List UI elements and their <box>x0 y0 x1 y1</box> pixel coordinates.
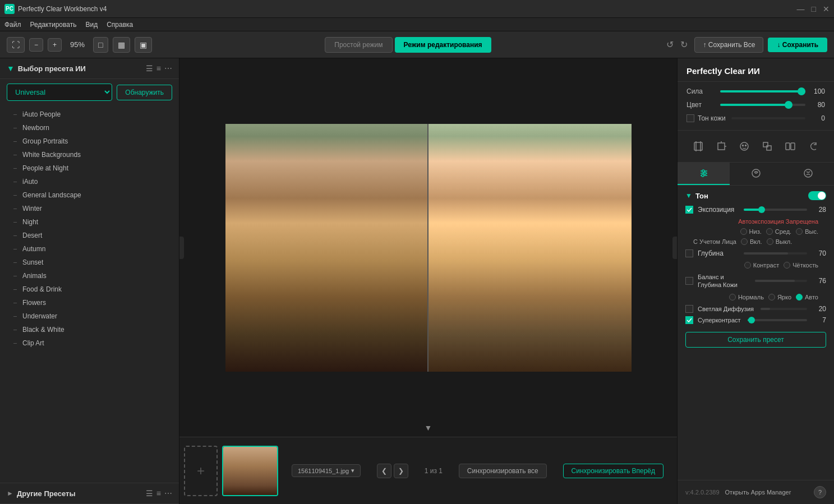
balance-auto-dot[interactable] <box>796 294 803 300</box>
list-item[interactable]: Autumn <box>0 242 179 256</box>
edit-mode-btn[interactable]: Режим редактирования <box>395 37 491 53</box>
next-btn[interactable]: ❯ <box>394 464 408 478</box>
single-view-btn[interactable]: □ <box>93 37 108 53</box>
add-photo-btn[interactable]: + <box>184 446 218 496</box>
tab-retouch[interactable] <box>730 163 782 185</box>
preset-dropdown[interactable]: Universal <box>7 84 112 101</box>
other-list-icon[interactable]: ≡ <box>156 489 161 498</box>
list-item[interactable]: White Backgrounds <box>0 148 179 161</box>
save-btn[interactable]: ↓ Сохранить <box>768 38 827 52</box>
ton-toggle[interactable] <box>808 191 826 200</box>
filmstrip-thumbnail[interactable] <box>222 446 278 496</box>
balance-auto-radio[interactable]: Авто <box>796 294 818 300</box>
list-item[interactable]: Clip Art <box>0 336 179 350</box>
color-thumb[interactable] <box>785 101 792 109</box>
exposition-checkbox[interactable] <box>685 206 693 214</box>
soft-diffusion-slider[interactable] <box>761 308 807 310</box>
list-item[interactable]: Underwater <box>0 309 179 323</box>
depth-sharpness-dot[interactable] <box>784 262 790 269</box>
tab-adjustments[interactable] <box>678 163 730 185</box>
prev-btn[interactable]: ❮ <box>377 464 391 478</box>
depth-contrast-radio[interactable]: Контраст <box>744 262 779 269</box>
chevron-down-icon[interactable]: ▼ <box>7 64 15 73</box>
zoom-out-btn[interactable]: − <box>29 38 43 52</box>
list-item[interactable]: Black & White <box>0 323 179 336</box>
sync-all-btn[interactable]: Синхронизировать все <box>459 464 547 478</box>
balance-bright-dot[interactable] <box>768 294 775 300</box>
list-item[interactable]: Sunset <box>0 256 179 269</box>
help-btn[interactable]: ? <box>814 486 826 498</box>
balance-normal-dot[interactable] <box>729 294 736 300</box>
skin-tone-track[interactable] <box>731 117 805 119</box>
exposition-slider[interactable] <box>744 209 807 211</box>
skin-tone-checkbox[interactable] <box>686 114 694 122</box>
apps-manager-link[interactable]: Открыть Apps Manager <box>725 489 808 496</box>
close-icon[interactable]: ✕ <box>823 4 830 13</box>
filmstrip-toggle[interactable]: ▼ <box>425 423 432 432</box>
tab-vignette[interactable] <box>782 163 834 185</box>
supercontrast-checkbox[interactable] <box>685 316 693 324</box>
skin-balance-slider[interactable] <box>755 280 807 282</box>
sync-forward-btn[interactable]: Синхронизировать Вперёд <box>563 464 663 478</box>
list-view-icon[interactable]: ≡ <box>156 64 161 73</box>
face-on-dot[interactable] <box>741 238 748 245</box>
ton-expand-icon[interactable]: ▼ <box>685 192 692 200</box>
list-item[interactable]: General Landscape <box>0 188 179 202</box>
list-item[interactable]: Group Portraits <box>0 135 179 148</box>
resize-icon[interactable] <box>757 136 777 156</box>
left-panel-toggle[interactable] <box>179 237 184 259</box>
depth-contrast-dot[interactable] <box>744 262 751 269</box>
discover-btn[interactable]: Обнаружить <box>117 85 172 100</box>
other-more-icon[interactable]: ⋯ <box>164 489 172 498</box>
other-grid-icon[interactable]: ☰ <box>146 489 153 498</box>
undo-btn[interactable]: ↺ <box>664 37 676 52</box>
face-on-radio[interactable]: Вкл. <box>741 238 762 245</box>
list-item[interactable]: Food & Drink <box>0 283 179 296</box>
list-item[interactable]: iAuto People <box>0 108 179 121</box>
save-preset-btn[interactable]: Сохранить пресет <box>685 332 826 348</box>
balance-normal-radio[interactable]: Нормаль <box>729 294 764 300</box>
expo-high-dot[interactable] <box>796 228 803 235</box>
split-view-btn[interactable]: ▦ <box>113 37 130 53</box>
face-off-dot[interactable] <box>767 238 773 245</box>
face-off-radio[interactable]: Выкл. <box>767 238 792 245</box>
minimize-icon[interactable]: ― <box>797 4 805 13</box>
expo-low-dot[interactable] <box>740 228 747 235</box>
more-options-icon[interactable]: ⋯ <box>164 64 172 73</box>
list-item[interactable]: Animals <box>0 269 179 283</box>
transform-icon[interactable] <box>711 136 731 156</box>
soft-diffusion-checkbox[interactable] <box>685 305 693 313</box>
menu-file[interactable]: Файл <box>4 21 21 29</box>
crop-icon[interactable] <box>688 136 708 156</box>
filename-dropdown-icon[interactable]: ▾ <box>351 467 354 474</box>
list-item[interactable]: Winter <box>0 202 179 215</box>
list-item[interactable]: People at Night <box>0 161 179 175</box>
color-track[interactable] <box>720 104 805 106</box>
expo-mid-dot[interactable] <box>766 228 773 235</box>
list-item[interactable]: Newborn <box>0 121 179 135</box>
save-all-btn[interactable]: ↑ Сохранить Все <box>694 37 763 53</box>
strength-track[interactable] <box>720 90 805 93</box>
depth-sharpness-radio[interactable]: Чёткость <box>784 262 818 269</box>
depth-checkbox[interactable] <box>685 249 693 257</box>
compare-view-btn[interactable]: ▣ <box>135 37 152 53</box>
simple-mode-btn[interactable]: Простой режим <box>325 37 392 53</box>
compare-icon[interactable] <box>780 136 800 156</box>
menu-view[interactable]: Вид <box>85 21 98 29</box>
redo-btn[interactable]: ↻ <box>678 37 690 52</box>
list-item[interactable]: Flowers <box>0 296 179 309</box>
menu-edit[interactable]: Редактировать <box>30 21 77 29</box>
expo-radio-high[interactable]: Выс. <box>796 228 818 235</box>
expo-radio-low[interactable]: Низ. <box>740 228 762 235</box>
face-icon[interactable] <box>734 136 754 156</box>
expo-radio-mid[interactable]: Сред. <box>766 228 791 235</box>
strength-thumb[interactable] <box>798 87 805 95</box>
list-item[interactable]: Desert <box>0 229 179 242</box>
maximize-icon[interactable]: □ <box>812 4 816 13</box>
menu-help[interactable]: Справка <box>107 21 133 29</box>
zoom-in-btn[interactable]: + <box>48 38 62 52</box>
list-item[interactable]: Night <box>0 215 179 229</box>
right-panel-toggle[interactable] <box>672 237 677 259</box>
chevron-right-icon[interactable]: ► <box>7 489 13 497</box>
depth-slider[interactable] <box>744 252 807 255</box>
